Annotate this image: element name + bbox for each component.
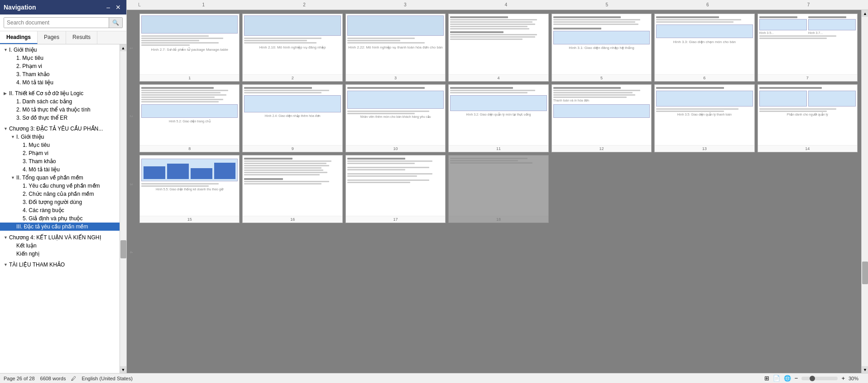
zoom-in-btn[interactable]: + [841,375,845,382]
tree-label: 3. Đối tượng người dùng [23,199,82,205]
tree-row-ket-luan[interactable]: Kết luận [0,242,120,250]
zoom-out-btn[interactable]: − [795,375,798,382]
ruler-mark-2: 2 [303,2,306,7]
page-caption-10: Nhân viên thêm món cho bàn khách hàng yê… [347,115,444,119]
right-scroll-thumb[interactable] [862,262,868,284]
pages-scroll-area[interactable]: Hình 2.7: Sơ đồ phần tử package Manage-t… [136,10,861,373]
tree-label: 3. Tham khảo [23,158,56,165]
tree-label: Kiến nghị [16,251,39,257]
page-thumb-13[interactable]: Hình 3.5: Giao diện quản lý thanh toán 1… [654,84,754,152]
nav-tabs: Headings Pages Results [0,31,126,44]
ruler-mark-3: 3 [404,2,407,7]
tree-row-pham-vi-1[interactable]: 2. Phạm vi [0,62,120,70]
tree-row-i-gioi-thieu-c3[interactable]: ▼ I. Giới thiệu [0,133,120,141]
language[interactable]: English (United States) [82,376,133,381]
page-caption-7b: Hình 3.7... [808,31,856,34]
zoom-slider-thumb[interactable] [810,376,815,381]
tree-row-gia-dinh[interactable]: 5. Giả định và phụ thuộc [0,214,120,223]
page-caption-12: Thanh toán và in hóa đơn [553,99,650,102]
pages-row-3: Hình 5.5: Giao diện thống kê doanh thu t… [139,155,858,223]
tree-row-chuong-4[interactable]: ▼ Chương 4: KẾT LUẬN VÀ KIẾN NGHỊ [0,233,120,242]
page-thumb-16[interactable]: 16 [242,155,342,223]
print-layout-btn[interactable]: 📄 [773,375,780,382]
tree-row-tham-khao-1[interactable]: 3. Tham khảo [0,70,120,78]
page-footer-17: 17 [346,216,445,223]
scroll-thumb[interactable] [120,240,126,258]
tree-row-muc-tieu-1[interactable]: 1. Mục tiêu [0,54,120,62]
scroll-right-up-btn[interactable]: ▲ [862,10,868,17]
page-thumb-8[interactable]: Hình 5.2: Giao diện trang chủ 8 [139,84,240,152]
page-footer-18: 18 [449,216,548,223]
tab-results[interactable]: Results [66,31,97,44]
page-thumb-5[interactable]: Hình 3.1: Giao diện đăng nhập hệ thống 5 [551,14,652,82]
page-thumb-9[interactable]: Hình 2.4: Giao diện nhập thêm hóa đơn 9 [242,84,342,152]
zoom-level[interactable]: 30% [849,376,864,381]
page-caption-14: Phần dành cho người quản lý [759,113,856,116]
page-thumb-1[interactable]: Hình 2.7: Sơ đồ phần tử package Manage-t… [139,14,240,82]
right-scrollbar[interactable]: ▲ ▼ [861,10,868,373]
nav-scrollbar[interactable]: ▲ ▼ [120,44,126,373]
empty-slot-2 [654,155,754,223]
page-thumb-14[interactable]: Phần dành cho người quản lý 14 [758,84,858,152]
expand-icon: ▼ [11,135,16,139]
page-thumb-3[interactable]: Hình 2.22: Mô hình nghiệp vụ thanh toán … [345,14,446,82]
page-thumb-12[interactable]: Thanh toán và in hóa đơn 12 [551,84,652,152]
tree-row-ii-thiet-ke[interactable]: ▶ II. Thiết kế Cơ sở dữ liệu Logic [0,89,120,97]
tree-row-muc-tieu-c3[interactable]: 1. Mục tiêu [0,141,120,149]
page-thumb-10[interactable]: Nhân viên thêm món cho bàn khách hàng yê… [345,84,446,152]
tree-row-chuc-nang[interactable]: 2. Chức năng của phần mềm [0,190,120,198]
tree-label: II. Tổng quan về phần mềm [16,175,83,181]
page-thumb-7[interactable]: Hình 3.5... Hình 3.7... [758,14,858,82]
web-layout-btn[interactable]: 🌐 [784,375,791,382]
tree-row-chuong-3[interactable]: ▼ Chương 3: ĐẶC TẢ YÊU CẦU PHẦN... [0,125,120,133]
tree-row-mo-ta-1[interactable]: 4. Mô tả tài liệu [0,78,120,87]
page-inner-8: Hình 5.2: Giao diện trang chủ [140,85,239,145]
tree-label: 4. Mô tả tài liệu [23,166,60,173]
ruler-mark-7: 7 [807,2,810,7]
tree-row-danh-sach[interactable]: 1. Danh sách các bảng [0,97,120,106]
page-footer-12: 12 [552,145,651,152]
tree-row-mo-ta-c3[interactable]: 4. Mô tả tài liệu [0,165,120,174]
nav-tree: ▼ I. Giới thiệu 1. Mục tiêu 2. Phạm vi 3… [0,44,120,373]
tree-row-ii-tong-quan[interactable]: ▼ II. Tổng quan về phần mềm [0,174,120,182]
search-input-wrap: 🔍 [4,17,123,28]
ruler-mark-5: 5 [605,2,608,7]
tree-label: 1. Yêu cầu chung về phần mềm [23,183,100,189]
track-changes-icon[interactable]: 🖊 [71,376,76,381]
page-footer-4: 4 [449,74,548,81]
page-thumb-17[interactable]: 17 [345,155,446,223]
empty-slot-1 [551,155,652,223]
tree-row-yeu-cau[interactable]: 1. Yêu cầu chung về phần mềm [0,182,120,190]
page-thumb-11[interactable]: Hình 3.2: Giao diện quản lý món tại thực… [448,84,548,152]
tree-row-rang-buoc[interactable]: 4. Các ràng buộc [0,206,120,214]
tree-row-so-do[interactable]: 3. Sơ đồ thực thể ER [0,114,120,122]
tree-row-tai-lieu[interactable]: ▼ TÀI LIỆU THAM KHẢO [0,261,120,269]
scroll-down-btn[interactable]: ▼ [120,366,127,373]
search-input[interactable] [4,18,109,28]
nav-close-btn[interactable]: ✕ [114,3,123,12]
page-thumb-15[interactable]: Hình 5.5: Giao diện thống kê doanh thu t… [139,155,240,223]
tree-row-tham-khao-c3[interactable]: 3. Tham khảo [0,157,120,165]
focus-mode-btn[interactable]: ⊞ [764,375,769,382]
tab-pages[interactable]: Pages [38,31,66,44]
tab-headings[interactable]: Headings [0,31,38,44]
page-diagram-3 [347,15,444,36]
page-thumb-18[interactable]: 18 [448,155,548,223]
tree-row-kien-nghi[interactable]: Kiến nghị [0,250,120,258]
scroll-right-down-btn[interactable]: ▼ [862,366,868,373]
tree-row-iii-dac-ta[interactable]: III. Đặc tả yêu cầu phần mềm [0,223,120,231]
tree-label: Kết luận [16,242,37,249]
search-button[interactable]: 🔍 [109,18,122,28]
tree-label: 5. Giả định và phụ thuộc [23,215,82,222]
page-thumb-2[interactable]: Hình 2.10: Mô hình nghiệp vụ đăng nhập 2 [242,14,342,82]
scroll-up-btn[interactable]: ▲ [120,44,127,51]
page-thumb-4[interactable]: 4 [448,14,548,82]
expand-icon: ▼ [4,126,9,131]
tree-row-mo-ta-thuc-the[interactable]: 2. Mô tả thực thể và thuộc tính [0,106,120,114]
tree-row-doi-tuong[interactable]: 3. Đối tượng người dùng [0,198,120,206]
tree-row-i-gioi-thieu[interactable]: ▼ I. Giới thiệu [0,46,120,54]
page-thumb-6[interactable]: Hình 3.3: Giao diện chọn món cho bàn 6 [654,14,754,82]
tree-label: 2. Mô tả thực thể và thuộc tính [16,107,91,113]
nav-collapse-btn[interactable]: – [105,3,112,12]
tree-row-pham-vi-c3[interactable]: 2. Phạm vi [0,149,120,157]
